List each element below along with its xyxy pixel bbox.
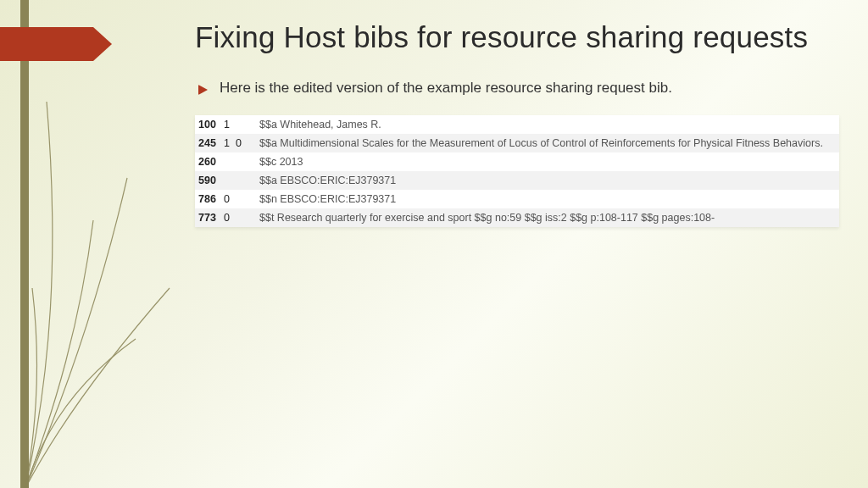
marc-ind1: 1 <box>224 137 236 149</box>
slide-title: Fixing Host bibs for resource sharing re… <box>195 19 834 56</box>
marc-row: 773 0 $$t Research quarterly for exercis… <box>195 208 839 227</box>
marc-ind1: 1 <box>224 119 236 130</box>
marc-tag: 773 <box>198 212 224 224</box>
branch-decoration <box>0 68 195 488</box>
bullet-item: Here is the edited version of the exampl… <box>198 80 834 97</box>
title-ribbon <box>0 27 112 61</box>
marc-subfields: $$a Whitehead, James R. <box>248 119 381 130</box>
marc-tag: 245 <box>198 137 224 149</box>
marc-subfields: $$n EBSCO:ERIC:EJ379371 <box>248 193 396 205</box>
marc-subfields: $$a EBSCO:ERIC:EJ379371 <box>248 175 396 186</box>
marc-ind1: 0 <box>224 212 236 224</box>
marc-tag: 260 <box>198 156 224 168</box>
marc-subfields: $$c 2013 <box>248 156 303 168</box>
bullet-text: Here is the edited version of the exampl… <box>220 80 672 97</box>
marc-row: 260 $$c 2013 <box>195 152 839 171</box>
marc-row: 590 $$a EBSCO:ERIC:EJ379371 <box>195 171 839 190</box>
marc-tag: 100 <box>198 119 224 130</box>
slide-content: Fixing Host bibs for resource sharing re… <box>195 19 834 227</box>
marc-row: 786 0 $$n EBSCO:ERIC:EJ379371 <box>195 190 839 208</box>
marc-tag: 786 <box>198 193 224 205</box>
marc-subfields: $$t Research quarterly for exercise and … <box>248 212 715 224</box>
arrow-bullet-icon <box>198 85 208 95</box>
marc-row: 245 1 0 $$a Multidimensional Scales for … <box>195 134 839 152</box>
marc-ind2: 0 <box>236 137 248 149</box>
marc-ind1: 0 <box>224 193 236 205</box>
marc-tag: 590 <box>198 175 224 186</box>
left-accent-bar <box>20 0 29 488</box>
marc-record-table: 100 1 $$a Whitehead, James R. 245 1 0 $$… <box>195 115 839 227</box>
marc-row: 100 1 $$a Whitehead, James R. <box>195 115 839 134</box>
marc-subfields: $$a Multidimensional Scales for the Meas… <box>248 137 823 149</box>
